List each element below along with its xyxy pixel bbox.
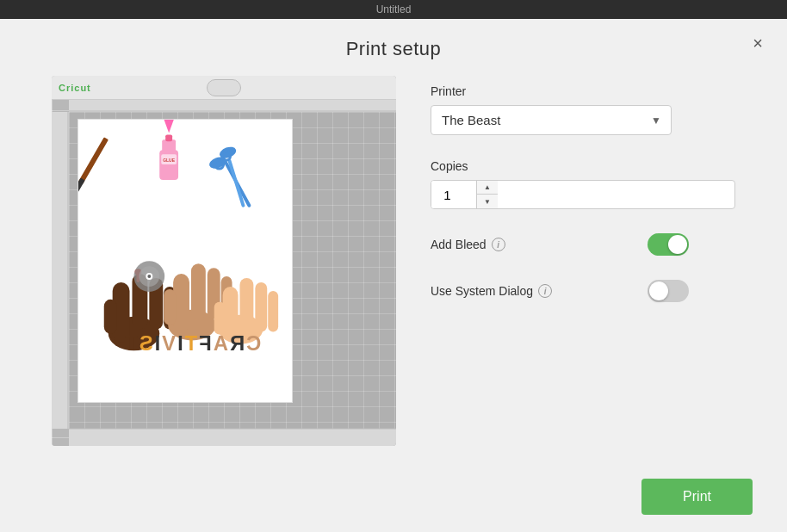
craftivist-art: GLUE xyxy=(78,120,292,360)
svg-rect-36 xyxy=(164,289,176,325)
add-bleed-info-icon[interactable]: i xyxy=(492,238,505,251)
add-bleed-toggle[interactable] xyxy=(648,233,689,256)
add-bleed-label-wrap: Add Bleed i xyxy=(431,238,505,251)
system-dialog-info-icon[interactable]: i xyxy=(538,284,552,298)
svg-text:GLUE: GLUE xyxy=(163,158,175,163)
top-bar: Untitled xyxy=(0,0,787,19)
close-button[interactable]: × xyxy=(746,31,770,55)
add-bleed-slider xyxy=(648,233,689,256)
settings-panel: Printer The Beast Adobe PDF Microsoft Pr… xyxy=(431,76,735,326)
print-button[interactable]: Print xyxy=(641,479,753,515)
add-bleed-knob xyxy=(668,235,687,254)
printer-select[interactable]: The Beast Adobe PDF Microsoft Print to P… xyxy=(431,105,672,135)
copies-input[interactable] xyxy=(431,181,476,208)
printer-field-group: Printer The Beast Adobe PDF Microsoft Pr… xyxy=(431,84,735,135)
copies-spinner-btns[interactable]: ▲ ▼ xyxy=(476,181,498,208)
copies-decrement-button[interactable]: ▼ xyxy=(477,195,498,208)
svg-rect-0 xyxy=(69,100,396,112)
system-dialog-knob xyxy=(649,281,668,300)
svg-rect-16 xyxy=(165,134,172,141)
svg-rect-39 xyxy=(239,278,253,332)
system-dialog-slider xyxy=(648,280,689,302)
svg-rect-48 xyxy=(69,429,396,446)
copies-increment-button[interactable]: ▲ xyxy=(477,181,498,195)
mat-handle xyxy=(207,79,241,96)
svg-rect-2 xyxy=(52,112,69,429)
top-bar-title: Untitled xyxy=(376,3,412,15)
print-image-container: GLUE xyxy=(77,119,293,403)
svg-rect-28 xyxy=(104,300,117,334)
system-dialog-label: Use System Dialog xyxy=(431,284,533,298)
craftivist-image: GLUE xyxy=(78,120,292,402)
dialog-body: Cricut xyxy=(0,76,787,446)
preview-area: Cricut xyxy=(52,76,396,446)
add-bleed-label: Add Bleed xyxy=(431,238,486,251)
dialog-title: Print setup xyxy=(346,38,442,60)
add-bleed-toggle-row: Add Bleed i xyxy=(431,233,689,256)
system-dialog-toggle-row: Use System Dialog i xyxy=(431,280,689,302)
cricut-logo: Cricut xyxy=(59,83,91,93)
printer-select-wrap[interactable]: The Beast Adobe PDF Microsoft Print to P… xyxy=(431,105,672,135)
svg-point-46 xyxy=(147,275,151,278)
dialog-overlay: × Print setup Cricut xyxy=(0,19,787,532)
svg-rect-41 xyxy=(268,291,278,332)
copies-input-wrap[interactable]: ▲ ▼ xyxy=(431,180,735,209)
ruler-bottom xyxy=(69,429,396,446)
svg-text:CRAFTIVIST: CRAFTIVIST xyxy=(123,331,261,355)
close-icon: × xyxy=(753,34,763,53)
svg-rect-42 xyxy=(214,302,226,335)
cricut-mat: Cricut xyxy=(52,76,396,446)
system-dialog-toggle[interactable] xyxy=(648,280,689,302)
system-dialog-field-group: Use System Dialog i xyxy=(431,280,735,302)
copies-field-group: Copies ▲ ▼ xyxy=(431,159,735,209)
mat-top-bar: Cricut xyxy=(52,76,396,100)
copies-label: Copies xyxy=(431,159,735,173)
system-dialog-label-wrap: Use System Dialog i xyxy=(431,284,552,298)
ruler-top xyxy=(69,100,396,112)
dialog-footer: Print xyxy=(641,479,753,515)
svg-rect-15 xyxy=(162,139,176,152)
add-bleed-field-group: Add Bleed i xyxy=(431,233,735,256)
printer-label: Printer xyxy=(431,84,735,98)
svg-rect-33 xyxy=(191,263,206,319)
ruler-left xyxy=(52,112,69,429)
svg-rect-40 xyxy=(255,282,267,332)
